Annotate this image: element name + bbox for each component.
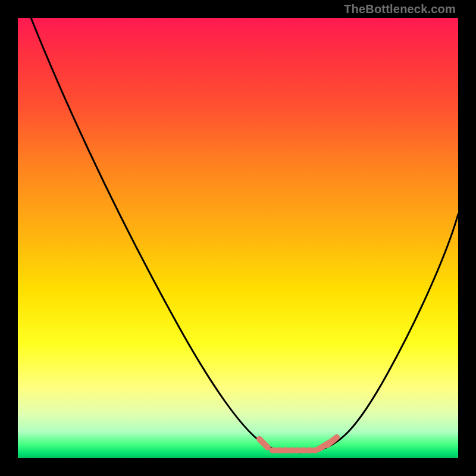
chart-canvas: TheBottleneck.com [0,0,476,476]
trough-ticks [259,437,337,450]
curve-layer [18,18,458,458]
plot-area [18,18,458,458]
watermark-text: TheBottleneck.com [344,2,456,16]
bottleneck-curve [31,18,458,452]
